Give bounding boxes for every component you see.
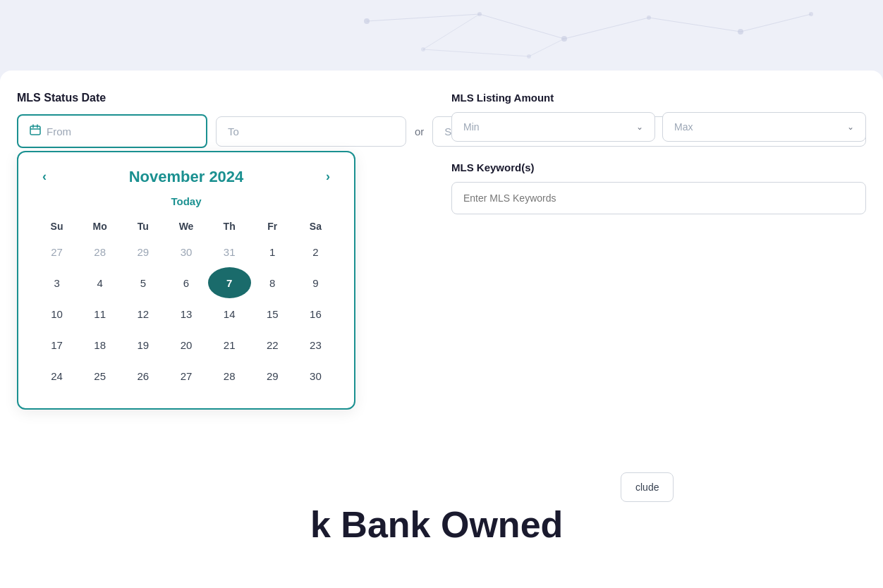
- background-header: [0, 0, 883, 78]
- calendar-day[interactable]: 13: [164, 298, 207, 329]
- next-month-button[interactable]: ›: [319, 166, 337, 187]
- mls-keywords-input[interactable]: [451, 182, 866, 214]
- listing-amount-row: Min ⌄ Max ⌄: [451, 112, 866, 142]
- from-date-wrapper: From ‹ November 2024 › Today: [17, 114, 207, 148]
- calendar-grid: Su Mo Tu We Th Fr Sa 2728293031123456789…: [35, 216, 337, 391]
- calendar-day[interactable]: 7: [208, 267, 251, 298]
- calendar-day[interactable]: 28: [78, 236, 121, 267]
- weekday-sa: Sa: [294, 216, 337, 236]
- mls-listing-section: MLS Listing Amount Min ⌄ Max ⌄: [451, 92, 866, 142]
- calendar-week-row: 10111213141516: [35, 298, 337, 329]
- weekday-th: Th: [208, 216, 251, 236]
- calendar-day[interactable]: 1: [251, 236, 294, 267]
- calendar-day[interactable]: 30: [164, 236, 207, 267]
- calendar-day[interactable]: 14: [208, 298, 251, 329]
- bank-owned-label: k Bank Owned: [310, 503, 563, 546]
- weekday-su: Su: [35, 216, 78, 236]
- calendar-day[interactable]: 29: [251, 360, 294, 391]
- max-label: Max: [674, 121, 693, 133]
- month-year-label: November 2024: [129, 168, 244, 186]
- calendar-day[interactable]: 4: [78, 267, 121, 298]
- weekday-header-row: Su Mo Tu We Th Fr Sa: [35, 216, 337, 236]
- calendar-day[interactable]: 12: [121, 298, 164, 329]
- from-date-input[interactable]: From: [17, 114, 207, 148]
- weekday-we: We: [164, 216, 207, 236]
- calendar-day[interactable]: 2: [294, 236, 337, 267]
- svg-line-9: [480, 14, 564, 39]
- weekday-fr: Fr: [251, 216, 294, 236]
- max-dropdown[interactable]: Max ⌄: [662, 112, 866, 142]
- svg-line-10: [564, 18, 649, 39]
- calendar-day[interactable]: 16: [294, 298, 337, 329]
- today-button[interactable]: Today: [171, 195, 201, 207]
- min-chevron-icon: ⌄: [636, 122, 643, 132]
- calendar-day[interactable]: 27: [35, 236, 78, 267]
- from-placeholder: From: [47, 125, 71, 137]
- weekday-tu: Tu: [121, 216, 164, 236]
- mls-listing-title: MLS Listing Amount: [451, 92, 866, 104]
- mls-keywords-section: MLS Keyword(s): [451, 161, 866, 214]
- svg-rect-16: [30, 126, 40, 135]
- calendar-day[interactable]: 28: [208, 360, 251, 391]
- calendar-day[interactable]: 25: [78, 360, 121, 391]
- calendar-day[interactable]: 24: [35, 360, 78, 391]
- calendar-day[interactable]: 19: [121, 329, 164, 360]
- svg-line-15: [423, 49, 529, 56]
- today-row: Today: [35, 195, 337, 208]
- prev-month-button[interactable]: ‹: [35, 166, 54, 187]
- calendar-icon: [30, 124, 41, 138]
- calendar-day[interactable]: 9: [294, 267, 337, 298]
- calendar-week-row: 272829303112: [35, 236, 337, 267]
- calendar-day[interactable]: 15: [251, 298, 294, 329]
- calendar-day[interactable]: 17: [35, 329, 78, 360]
- to-placeholder: To: [228, 125, 239, 137]
- calendar-day[interactable]: 6: [164, 267, 207, 298]
- calendar-day[interactable]: 29: [121, 236, 164, 267]
- or-label: or: [415, 125, 424, 137]
- min-label: Min: [463, 121, 480, 133]
- calendar-day[interactable]: 31: [208, 236, 251, 267]
- max-chevron-icon: ⌄: [847, 122, 854, 132]
- include-label: clude: [635, 482, 659, 493]
- calendar-day[interactable]: 3: [35, 267, 78, 298]
- calendar-day[interactable]: 22: [251, 329, 294, 360]
- include-button[interactable]: clude: [621, 472, 674, 502]
- calendar-day[interactable]: 20: [164, 329, 207, 360]
- calendar-day[interactable]: 27: [164, 360, 207, 391]
- calendar-day[interactable]: 11: [78, 298, 121, 329]
- calendar-day[interactable]: 23: [294, 329, 337, 360]
- to-date-input[interactable]: To: [216, 116, 406, 147]
- mls-keywords-title: MLS Keyword(s): [451, 161, 866, 173]
- min-dropdown[interactable]: Min ⌄: [451, 112, 655, 142]
- calendar-day[interactable]: 26: [121, 360, 164, 391]
- svg-line-12: [741, 14, 811, 32]
- weekday-mo: Mo: [78, 216, 121, 236]
- calendar-dropdown: ‹ November 2024 › Today Su Mo: [17, 151, 355, 410]
- calendar-day[interactable]: 21: [208, 329, 251, 360]
- calendar-day[interactable]: 18: [78, 329, 121, 360]
- calendar-day[interactable]: 5: [121, 267, 164, 298]
- svg-line-11: [649, 18, 741, 32]
- calendar-week-row: 3456789: [35, 267, 337, 298]
- calendar-header: ‹ November 2024 ›: [35, 166, 337, 187]
- svg-line-8: [367, 14, 480, 21]
- calendar-day[interactable]: 30: [294, 360, 337, 391]
- calendar-week-row: 17181920212223: [35, 329, 337, 360]
- calendar-day[interactable]: 10: [35, 298, 78, 329]
- calendar-week-row: 24252627282930: [35, 360, 337, 391]
- network-pattern: [0, 0, 883, 78]
- calendar-day[interactable]: 8: [251, 267, 294, 298]
- svg-line-14: [529, 39, 564, 56]
- svg-line-13: [423, 14, 480, 49]
- right-panel: MLS Listing Amount Min ⌄ Max ⌄ MLS Keywo…: [451, 92, 866, 214]
